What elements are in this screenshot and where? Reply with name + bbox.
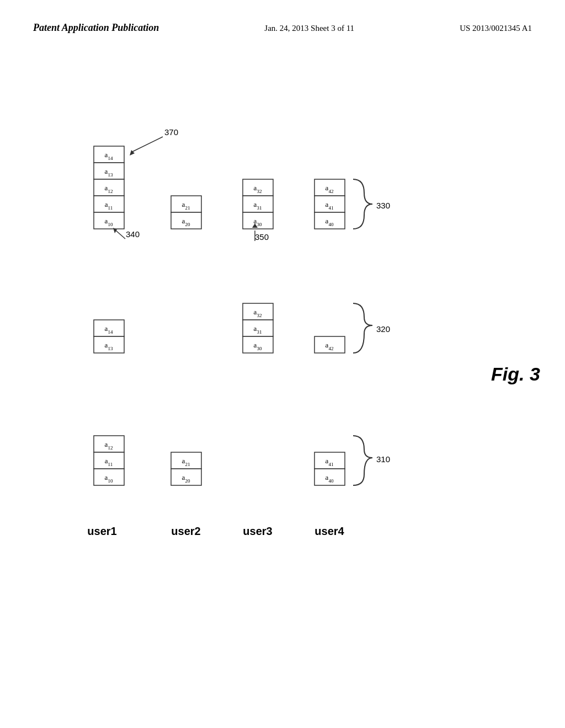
- page-header: Patent Application Publication Jan. 24, …: [0, 22, 565, 34]
- main-diagram: 370 a14 a13 a12 a11 a10 340 a21 a20 a32 …: [0, 61, 565, 711]
- patent-number: US 2013/0021345 A1: [460, 24, 532, 33]
- svg-text:310: 310: [376, 454, 390, 464]
- svg-text:user4: user4: [315, 525, 344, 537]
- svg-line-0: [132, 137, 163, 152]
- svg-line-13: [116, 231, 125, 239]
- svg-text:user3: user3: [243, 525, 272, 537]
- ref-370-label: 370: [164, 127, 178, 137]
- svg-text:Fig. 3: Fig. 3: [491, 363, 540, 384]
- svg-text:330: 330: [376, 201, 390, 210]
- svg-text:340: 340: [126, 229, 140, 239]
- svg-text:user2: user2: [171, 525, 200, 537]
- svg-text:320: 320: [376, 324, 390, 334]
- svg-text:user1: user1: [87, 525, 116, 537]
- publication-title: Patent Application Publication: [33, 22, 159, 34]
- svg-text:350: 350: [255, 232, 269, 242]
- publication-date: Jan. 24, 2013 Sheet 3 of 11: [264, 24, 354, 33]
